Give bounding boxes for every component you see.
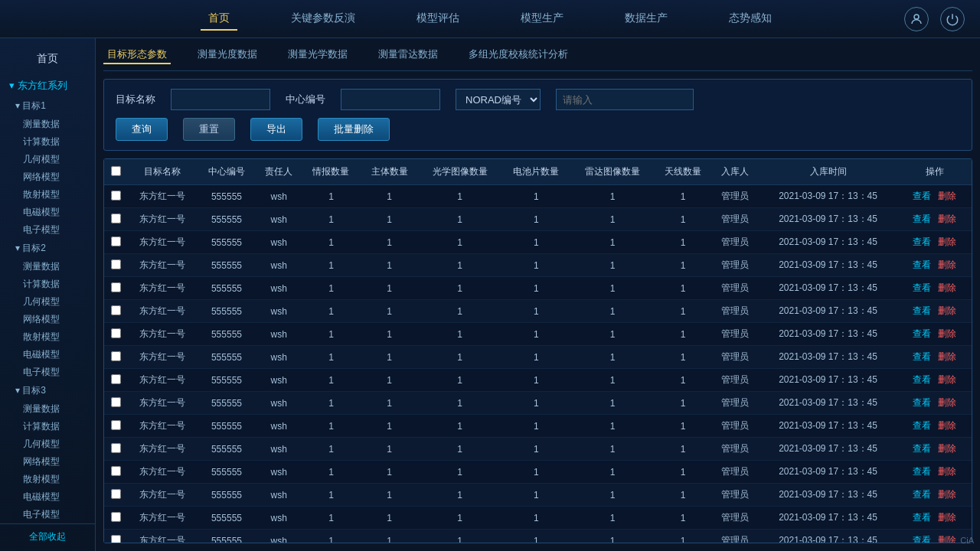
delete-link-7[interactable]: 删除 (938, 351, 956, 362)
view-link-14[interactable]: 查看 (913, 512, 931, 523)
nav-item-data-prod[interactable]: 数据生产 (617, 8, 675, 31)
view-link-2[interactable]: 查看 (913, 236, 931, 247)
delete-link-9[interactable]: 删除 (938, 397, 956, 408)
nav-item-situation[interactable]: 态势感知 (721, 8, 779, 31)
delete-link-0[interactable]: 删除 (938, 191, 956, 201)
row-checkbox-8[interactable] (111, 374, 121, 384)
row-checkbox-11[interactable] (111, 443, 121, 453)
row-checkbox-2[interactable] (111, 236, 121, 246)
main-layout: 首页 ▾ 东方红系列 ▾ 目标1 测量数据 计算数据 几何模型 网络模型 散射模… (0, 38, 980, 551)
delete-link-14[interactable]: 删除 (938, 512, 956, 523)
delete-link-3[interactable]: 删除 (938, 259, 956, 270)
sidebar-item-t1-network[interactable]: 网络模型 (0, 168, 95, 186)
export-button[interactable]: 导出 (250, 118, 302, 141)
sidebar-item-t2-scatter[interactable]: 散射模型 (0, 328, 95, 346)
view-link-5[interactable]: 查看 (913, 305, 931, 316)
power-icon-button[interactable] (940, 7, 965, 31)
sub-tab-multi-analysis[interactable]: 多组光度校核统计分析 (465, 46, 572, 64)
sidebar-item-t1-measure[interactable]: 测量数据 (0, 116, 95, 133)
sidebar-item-t2-geo[interactable]: 几何模型 (0, 293, 95, 311)
row-checkbox-1[interactable] (111, 214, 121, 223)
row-antenna: 1 (654, 484, 712, 507)
view-link-6[interactable]: 查看 (913, 328, 931, 339)
delete-link-6[interactable]: 删除 (938, 328, 956, 339)
sub-tab-optical[interactable]: 测量光学数据 (284, 46, 351, 64)
view-link-10[interactable]: 查看 (913, 420, 931, 431)
row-checkbox-3[interactable] (111, 259, 121, 269)
view-link-8[interactable]: 查看 (913, 374, 931, 385)
sub-tab-morph[interactable]: 目标形态参数 (103, 46, 171, 64)
sidebar-item-t1-electronic[interactable]: 电子模型 (0, 221, 95, 239)
delete-link-2[interactable]: 删除 (938, 236, 956, 247)
row-checkbox-14[interactable] (111, 512, 121, 522)
sidebar-item-t2-network[interactable]: 网络模型 (0, 311, 95, 328)
view-link-0[interactable]: 查看 (913, 191, 931, 201)
batch-delete-button[interactable]: 批量删除 (318, 118, 390, 141)
row-checkbox-5[interactable] (111, 305, 121, 315)
sidebar-section-title-dongfanghong[interactable]: ▾ 东方红系列 (0, 75, 95, 96)
view-link-12[interactable]: 查看 (913, 466, 931, 477)
row-checkbox-15[interactable] (111, 535, 121, 544)
sidebar-item-t3-network[interactable]: 网络模型 (0, 453, 95, 471)
sidebar-item-t3-scatter[interactable]: 散射模型 (0, 471, 95, 488)
sidebar-item-t1-em[interactable]: 电磁模型 (0, 204, 95, 221)
delete-link-13[interactable]: 删除 (938, 489, 956, 500)
nav-item-params[interactable]: 关键参数反演 (283, 8, 363, 31)
delete-link-15[interactable]: 删除 (938, 535, 956, 543)
view-link-7[interactable]: 查看 (913, 351, 931, 362)
reset-button[interactable]: 重置 (183, 118, 235, 141)
sidebar-collapse-button[interactable]: 全部收起 (0, 523, 95, 549)
target-name-input[interactable] (171, 89, 270, 110)
sidebar-item-t1-geo[interactable]: 几何模型 (0, 151, 95, 168)
query-button[interactable]: 查询 (116, 118, 168, 141)
nav-item-home[interactable]: 首页 (201, 8, 237, 31)
row-checkbox-cell (104, 438, 127, 461)
row-checkbox-12[interactable] (111, 466, 121, 476)
view-link-13[interactable]: 查看 (913, 489, 931, 500)
sidebar-item-t2-measure[interactable]: 测量数据 (0, 258, 95, 276)
delete-link-8[interactable]: 删除 (938, 374, 956, 385)
sidebar-subsection-target2[interactable]: ▾ 目标2 (0, 239, 95, 258)
view-link-11[interactable]: 查看 (913, 443, 931, 454)
sidebar-item-t3-geo[interactable]: 几何模型 (0, 435, 95, 453)
sidebar-item-t2-electronic[interactable]: 电子模型 (0, 364, 95, 381)
row-checkbox-0[interactable] (111, 191, 121, 201)
sub-tab-photometry[interactable]: 测量光度数据 (194, 46, 261, 64)
delete-link-11[interactable]: 删除 (938, 443, 956, 454)
sidebar-item-t3-em[interactable]: 电磁模型 (0, 488, 95, 506)
row-checkbox-9[interactable] (111, 397, 121, 407)
sidebar-item-t2-em[interactable]: 电磁模型 (0, 346, 95, 364)
center-id-input[interactable] (341, 89, 440, 110)
sidebar-item-t1-compute[interactable]: 计算数据 (0, 133, 95, 151)
select-all-checkbox[interactable] (111, 166, 121, 176)
view-link-3[interactable]: 查看 (913, 259, 931, 270)
user-icon-button[interactable] (904, 7, 929, 31)
sidebar-item-t3-electronic[interactable]: 电子模型 (0, 506, 95, 523)
view-link-15[interactable]: 查看 (913, 535, 931, 543)
delete-link-1[interactable]: 删除 (938, 214, 956, 224)
delete-link-12[interactable]: 删除 (938, 466, 956, 477)
sidebar-subsection-target3[interactable]: ▾ 目标3 (0, 381, 95, 400)
norad-input[interactable] (556, 89, 694, 110)
sidebar-home[interactable]: 首页 (0, 46, 95, 72)
sidebar-item-t3-compute[interactable]: 计算数据 (0, 418, 95, 435)
row-checkbox-4[interactable] (111, 282, 121, 292)
view-link-1[interactable]: 查看 (913, 214, 931, 224)
sidebar-subsection-target1[interactable]: ▾ 目标1 (0, 96, 95, 116)
row-checkbox-6[interactable] (111, 328, 121, 338)
norad-select[interactable]: NORAD编号 (456, 89, 541, 110)
row-checkbox-10[interactable] (111, 420, 121, 430)
row-checkbox-13[interactable] (111, 489, 121, 499)
delete-link-4[interactable]: 删除 (938, 282, 956, 293)
view-link-9[interactable]: 查看 (913, 397, 931, 408)
sidebar-item-t3-measure[interactable]: 测量数据 (0, 400, 95, 418)
sidebar-item-t1-scatter[interactable]: 散射模型 (0, 186, 95, 204)
sub-tab-radar[interactable]: 测量雷达数据 (374, 46, 442, 64)
nav-item-model-eval[interactable]: 模型评估 (409, 8, 467, 31)
nav-item-model-prod[interactable]: 模型生产 (513, 8, 571, 31)
delete-link-5[interactable]: 删除 (938, 305, 956, 316)
delete-link-10[interactable]: 删除 (938, 420, 956, 431)
view-link-4[interactable]: 查看 (913, 282, 931, 293)
row-checkbox-7[interactable] (111, 351, 121, 361)
sidebar-item-t2-compute[interactable]: 计算数据 (0, 276, 95, 293)
